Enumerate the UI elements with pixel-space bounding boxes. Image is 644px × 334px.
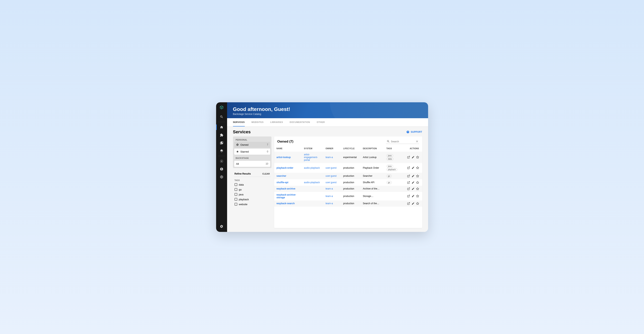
star-icon[interactable] <box>416 156 419 159</box>
edit-icon[interactable] <box>412 187 414 190</box>
settings-icon[interactable] <box>216 222 227 230</box>
service-name-link[interactable]: playback-order <box>276 166 294 169</box>
col-name[interactable]: NAME <box>274 146 302 152</box>
col-description[interactable]: DESCRIPTION <box>360 146 384 152</box>
open-icon[interactable] <box>407 202 410 205</box>
service-name-link[interactable]: wayback-archive-storage <box>276 194 296 199</box>
description-value: Playback Order <box>360 163 384 173</box>
personal-label: PERSONAL <box>234 138 270 142</box>
support-link[interactable]: SUPPORT <box>406 130 422 134</box>
table-row: artist-lookupartist-engagement-portaltea… <box>274 152 422 163</box>
star-icon[interactable] <box>416 187 419 190</box>
refine-title: Refine Results <box>234 172 251 175</box>
filter-all[interactable]: All 10 <box>234 161 270 167</box>
service-name-link[interactable]: searcher <box>276 174 286 177</box>
actions-cell <box>402 194 419 198</box>
actions-cell <box>402 156 419 159</box>
lifecycle-value: production <box>341 179 360 186</box>
edit-icon[interactable] <box>412 194 414 198</box>
page-header: Good afternoon, Guest! Backstage Service… <box>227 102 428 118</box>
tab-bar: SERVICES WEBSITES LIBRARIES DOCUMENTATIO… <box>227 118 428 127</box>
tab-libraries[interactable]: LIBRARIES <box>270 118 283 126</box>
system-link[interactable]: artist-engagement-portal <box>304 153 318 162</box>
service-name-link[interactable]: wayback-archive <box>276 187 296 190</box>
owner-link[interactable]: team-a <box>326 156 333 159</box>
tab-services[interactable]: SERVICES <box>233 118 245 126</box>
owner-link[interactable]: team-a <box>326 195 333 198</box>
search-input[interactable] <box>391 140 414 143</box>
table-search[interactable]: ✕ <box>386 139 419 144</box>
star-icon[interactable] <box>416 202 419 205</box>
gear-icon <box>236 143 239 146</box>
system-link[interactable]: audio-playback <box>304 166 320 169</box>
table-title: Owned (7) <box>277 140 294 144</box>
col-lifecycle[interactable]: LIFECYCLE <box>341 146 360 152</box>
service-name-link[interactable]: shuffle-api <box>276 181 288 184</box>
tab-websites[interactable]: WEBSITES <box>252 118 264 126</box>
all-label: All <box>236 162 239 165</box>
edit-icon[interactable] <box>412 174 414 178</box>
open-icon[interactable] <box>407 156 410 159</box>
service-name-link[interactable]: artist-lookup <box>276 156 291 159</box>
open-icon[interactable] <box>407 194 410 198</box>
open-icon[interactable] <box>407 166 410 169</box>
tag-filter-data[interactable]: data <box>234 182 271 187</box>
app-window: Good afternoon, Guest! Backstage Service… <box>216 102 428 232</box>
svg-point-0 <box>221 160 222 162</box>
actions-cell <box>402 181 419 184</box>
lifecycle-value: production <box>341 192 360 200</box>
star-icon[interactable] <box>416 181 419 184</box>
starred-count: 0 <box>267 150 268 153</box>
lifecycle-value: production <box>341 186 360 192</box>
owner-link[interactable]: user:guest <box>326 181 336 184</box>
starred-label: Starred <box>240 150 249 153</box>
extension-icon[interactable] <box>216 131 227 139</box>
home-icon[interactable] <box>216 123 227 131</box>
clear-button[interactable]: CLEAR <box>262 172 270 175</box>
lifecycle-value: production <box>341 173 360 179</box>
tab-documentation[interactable]: DOCUMENTATION <box>290 118 310 126</box>
open-icon[interactable] <box>407 174 410 178</box>
star-icon[interactable] <box>416 174 419 178</box>
tag-pill: playback <box>386 168 397 171</box>
library-icon[interactable] <box>216 139 227 147</box>
tag-pill: data <box>386 158 393 160</box>
tab-other[interactable]: OTHER <box>317 118 325 126</box>
col-tags[interactable]: TAGS <box>384 146 400 152</box>
table-row: shuffle-apiaudio-playbackuser:guestprodu… <box>274 179 422 186</box>
col-system[interactable]: SYSTEM <box>302 146 323 152</box>
open-icon[interactable] <box>407 181 410 184</box>
owner-link[interactable]: user:guest <box>326 174 336 177</box>
tag-label: website <box>239 203 248 206</box>
monetization-icon[interactable] <box>216 165 227 173</box>
open-icon[interactable] <box>407 187 410 190</box>
tag-filter-playback[interactable]: playback <box>234 197 271 202</box>
tag-filter-website[interactable]: website <box>234 202 271 207</box>
edit-icon[interactable] <box>412 181 414 184</box>
owner-link[interactable]: team-a <box>326 187 333 190</box>
system-link[interactable]: audio-playback <box>304 181 320 184</box>
description-value: Searcher <box>360 173 384 179</box>
filter-owned[interactable]: Owned 7 <box>234 142 270 148</box>
star-icon[interactable] <box>416 166 419 169</box>
search-icon[interactable] <box>216 113 227 121</box>
table-row: searcheruser:guestproductionSearchergo <box>274 173 422 179</box>
star-icon[interactable] <box>416 194 419 198</box>
graphql-icon[interactable] <box>216 173 227 181</box>
col-owner[interactable]: OWNER <box>323 146 341 152</box>
gps-icon[interactable] <box>216 157 227 165</box>
edit-icon[interactable] <box>412 202 414 205</box>
layers-icon[interactable] <box>216 147 227 155</box>
clear-search-icon[interactable]: ✕ <box>416 140 418 143</box>
all-count: 10 <box>266 162 268 165</box>
tag-label: go <box>239 188 242 191</box>
edit-icon[interactable] <box>412 166 414 169</box>
edit-icon[interactable] <box>412 156 414 159</box>
filter-starred[interactable]: Starred 0 <box>234 149 270 155</box>
owner-link[interactable]: team-a <box>326 202 333 205</box>
tag-filter-java[interactable]: java <box>234 192 271 197</box>
service-name-link[interactable]: wayback-search <box>276 202 295 205</box>
tag-label: data <box>239 183 244 186</box>
tag-filter-go[interactable]: go <box>234 187 271 192</box>
owner-link[interactable]: user:guest <box>326 166 336 169</box>
